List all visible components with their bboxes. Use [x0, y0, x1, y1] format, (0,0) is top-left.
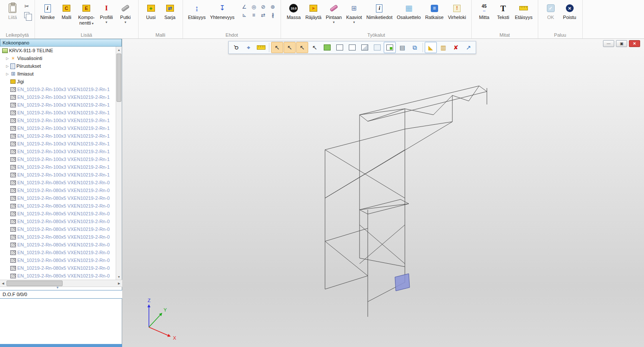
wireframe-svg[interactable]: ZYX	[122, 39, 644, 347]
tree-item-profile[interactable]: EN_10219-2-Rn-080x5 VXEN10219-2-Rn-0	[0, 249, 116, 256]
angle-constraint-icon[interactable]: ∠	[240, 3, 249, 10]
tree-item-profile[interactable]: EN_10219-2-Rn-100x3 VXEN10219-2-Rn-1	[0, 117, 116, 124]
face-select-icon[interactable]	[321, 42, 333, 53]
pick-edge-icon[interactable]: ↖	[284, 42, 296, 53]
malli-button[interactable]: C Malli	[57, 1, 76, 22]
massa-button[interactable]: 10.0 Massa	[284, 1, 303, 22]
tree-item-jigi[interactable]: Jigi	[0, 78, 116, 85]
komponentti-button[interactable]: E Kompo- nentti	[76, 1, 97, 27]
tree-item-profile[interactable]: EN_10219-2-Rn-080x5 VXEN10219-2-Rn-0	[0, 225, 116, 233]
tree-item-profile[interactable]: EN_10219-2-Rn-080x5 VXEN10219-2-Rn-0	[0, 233, 116, 241]
tree-item-profile[interactable]: EN_10219-2-Rn-100x3 VXEN10219-2-Rn-1	[0, 163, 116, 171]
wireframe-line[interactable]	[368, 109, 405, 121]
scroll-left-arrow[interactable]: ◀	[0, 280, 6, 287]
etaisyys-ehto-button[interactable]: ↨ Etäisyys	[186, 1, 208, 22]
pick-part-icon[interactable]: ↖	[309, 42, 321, 53]
tree-item-visualisointi[interactable]: ▷ ☀ Visualisointi	[0, 54, 116, 62]
wireframe-line[interactable]	[360, 115, 368, 121]
tree-item-profile[interactable]: EN_10219-2-Rn-080x5 VXEN10219-2-Rn-0	[0, 194, 116, 202]
box-shaded-icon[interactable]	[359, 42, 371, 53]
parallel-constraint-icon[interactable]: ≡	[249, 11, 258, 19]
osaluettelo-button[interactable]: ▦ Osaluettelo	[395, 1, 423, 22]
tree-item-profile[interactable]: EN_10219-2-Rn-080x5 VXEN10219-2-Rn-0	[0, 264, 116, 272]
copy-button[interactable]	[22, 11, 31, 19]
tree-item-profile[interactable]: EN_10219-2-Rn-080x5 VXEN10219-2-Rn-0	[0, 241, 116, 249]
tree-item-profile[interactable]: EN_10219-2-Rn-100x3 VXEN10219-2-Rn-1	[0, 132, 116, 140]
tree-item-profile[interactable]: EN_10219-2-Rn-100x3 VXEN10219-2-Rn-1	[0, 171, 116, 179]
measure-ruler-icon[interactable]	[255, 42, 267, 53]
delete-icon[interactable]: ✘	[450, 42, 462, 53]
pintaan-button[interactable]: Pintaan	[324, 1, 344, 25]
expand-arrow-icon[interactable]: ▷	[6, 72, 10, 76]
model-viewport[interactable]: ZYX ⚲⌖↖↖↖↖▤⧉◣▥✘↗ — ▣ ✕	[122, 39, 644, 347]
vertical-scroll-thumb[interactable]	[117, 54, 121, 102]
nimiketiedot-button[interactable]: i Nimiketiedot	[365, 1, 395, 22]
tree-item-profile[interactable]: EN_10219-2-Rn-080x5 VXEN10219-2-Rn-0	[0, 218, 116, 225]
putki-button[interactable]: Putki	[117, 1, 135, 25]
box-transparent-icon[interactable]	[371, 42, 383, 53]
export-view-icon[interactable]: ↗	[462, 42, 474, 53]
poistu-button[interactable]: ✕ Poistu	[561, 1, 579, 22]
tree-item-ilmiasut[interactable]: ▷ ⊞ Ilmiasut	[0, 70, 116, 78]
box-hidden-icon[interactable]	[346, 42, 358, 53]
bottom-scroll-strip[interactable]	[0, 344, 122, 347]
wireframe-line[interactable]	[433, 95, 452, 115]
wireframe-line[interactable]	[368, 91, 487, 121]
tree-item-profile[interactable]: EN_10219-2-Rn-080x5 VXEN10219-2-Rn-0	[0, 179, 116, 186]
wireframe-line[interactable]	[479, 86, 487, 91]
pick-face-icon[interactable]: ↖	[296, 42, 308, 53]
expand-arrow-icon[interactable]: ▷	[6, 64, 10, 68]
archive-icon[interactable]: ▥	[437, 42, 449, 53]
paste-button[interactable]: Liitä	[3, 1, 22, 22]
horizontal-scroll-thumb[interactable]	[6, 281, 63, 286]
pin-icon[interactable]: ⚲	[230, 42, 242, 53]
select-window-icon[interactable]: ⌖	[243, 42, 255, 53]
tree-item-piirustukset[interactable]: ▷ Piirustukset	[0, 62, 116, 70]
etaisyys-mitta-button[interactable]: Etäisyys	[513, 1, 534, 22]
sketch-plane-icon[interactable]: ◣	[425, 42, 437, 53]
wireframe-line[interactable]	[360, 258, 405, 267]
tree-item-profile[interactable]: EN_10219-2-Rn-100x3 VXEN10219-2-Rn-1	[0, 109, 116, 117]
tree-item-profile[interactable]: EN_10219-2-Rn-100x3 VXEN10219-2-Rn-1	[0, 155, 116, 163]
rajayta-button[interactable]: ➤ Räjäytä	[303, 1, 323, 22]
wireframe-line[interactable]	[360, 86, 479, 115]
pick-point-icon[interactable]: ↖	[271, 42, 283, 53]
wireframe-line[interactable]	[405, 109, 433, 115]
expand-arrow-icon[interactable]: ▷	[6, 57, 10, 60]
uusi-button[interactable]: + Uusi	[142, 1, 160, 22]
wireframe-line[interactable]	[360, 210, 368, 214]
minimize-button[interactable]: —	[603, 40, 614, 47]
scroll-up-arrow[interactable]: ▲	[116, 47, 122, 53]
tree-item-profile[interactable]: EN_10219-2-Rn-080x5 VXEN10219-2-Rn-0	[0, 202, 116, 210]
box-green-corner-icon[interactable]	[384, 42, 396, 53]
tree-horizontal-scrollbar[interactable]: ◀ ▶	[0, 280, 122, 287]
tree-item-profile[interactable]: EN_10219-2-Rn-100x3 VXEN10219-2-Rn-1	[0, 85, 116, 93]
mitta-button[interactable]: 45 Mitta	[475, 1, 493, 22]
selected-plate[interactable]	[395, 274, 410, 291]
sarja-button[interactable]: ⇄ Sarja	[161, 1, 179, 22]
wireframe-line[interactable]	[325, 228, 368, 241]
tree-item-profile[interactable]: EN_10219-2-Rn-080x5 VXEN10219-2-Rn-0	[0, 186, 116, 194]
tree-root[interactable]: KRVX-911-9 TELINE	[0, 47, 116, 54]
tree-item-profile[interactable]: EN_10219-2-Rn-100x3 VXEN10219-2-Rn-1	[0, 101, 116, 109]
panel-splitter-handle[interactable]: ▾	[57, 286, 59, 290]
wireframe-line[interactable]	[405, 122, 452, 129]
tree-item-profile[interactable]: EN_10219-2-Rn-080x5 VXEN10219-2-Rn-0	[0, 272, 116, 280]
perpendicular-constraint-icon[interactable]: ⊾	[240, 11, 249, 19]
wireframe-line[interactable]	[452, 95, 469, 101]
restore-button[interactable]: ▣	[616, 40, 627, 47]
scroll-right-arrow[interactable]: ▶	[116, 280, 122, 287]
tree-item-profile[interactable]: EN_10219-2-Rn-080x5 VXEN10219-2-Rn-0	[0, 210, 116, 218]
copy-layers-icon[interactable]: ⧉	[409, 42, 421, 53]
ok-button[interactable]: ✓ OK	[542, 1, 560, 22]
tree-item-profile[interactable]: EN_10219-2-Rn-100x3 VXEN10219-2-Rn-1	[0, 148, 116, 155]
tree-item-profile[interactable]: EN_10219-2-Rn-100x3 VXEN10219-2-Rn-1	[0, 140, 116, 148]
tree-item-profile[interactable]: EN_10219-2-Rn-100x3 VXEN10219-2-Rn-1	[0, 124, 116, 132]
yhtenevyys-button[interactable]: ↧ Yhtenevyys	[208, 1, 237, 22]
virheloki-button[interactable]: ! Virheloki	[446, 1, 468, 22]
wireframe-line[interactable]	[360, 204, 409, 210]
tree-vertical-scrollbar[interactable]: ▲ ▼	[116, 47, 122, 280]
nimike-button[interactable]: i Nimike	[38, 1, 57, 22]
close-button[interactable]: ✕	[629, 40, 640, 47]
concentric-constraint-icon[interactable]: ◎	[249, 3, 258, 10]
